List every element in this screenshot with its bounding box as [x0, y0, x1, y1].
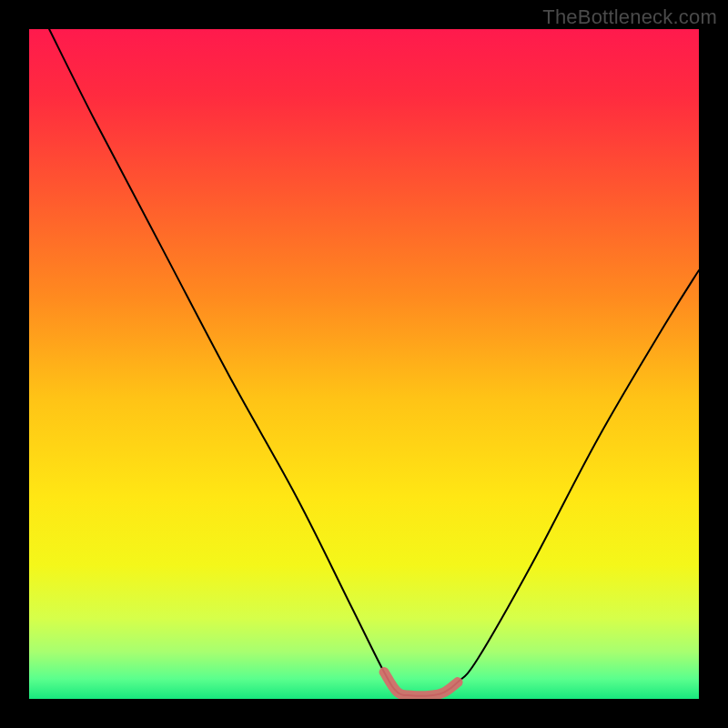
chart-frame: TheBottleneck.com: [0, 0, 728, 728]
bottleneck-chart: [29, 29, 699, 699]
plot-area: [29, 29, 699, 699]
gradient-background: [29, 29, 699, 699]
watermark-text: TheBottleneck.com: [542, 5, 717, 29]
